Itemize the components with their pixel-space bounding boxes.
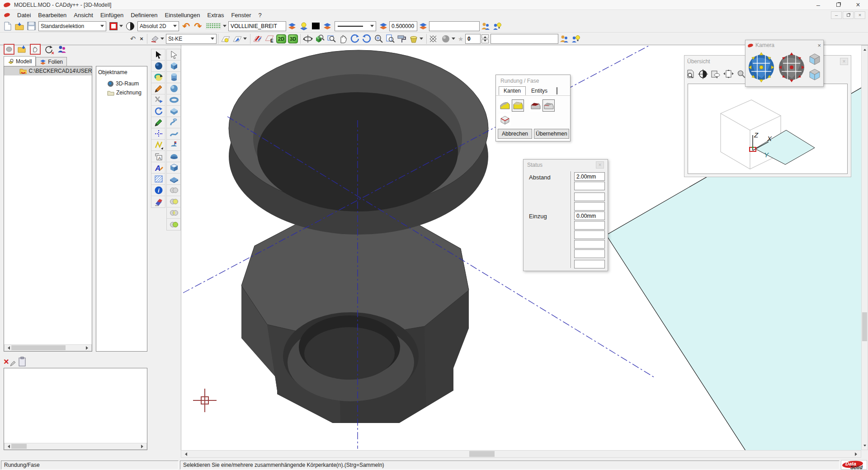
uebersicht-canvas[interactable]: Z X Y [688, 84, 848, 174]
menu-item-einfuegen[interactable]: Einfügen [97, 10, 127, 20]
chamfer-gray-button[interactable] [542, 99, 555, 112]
chamfer-red-button[interactable] [529, 99, 542, 112]
scroll-down-arrow[interactable] [863, 445, 866, 448]
panel-rotate-button[interactable]: × [42, 44, 54, 55]
tab-kanten[interactable]: Kanten [499, 86, 526, 95]
group-select-button[interactable] [480, 21, 491, 32]
status-field-5[interactable] [574, 212, 605, 220]
kamera-trackball-rotate[interactable] [778, 51, 805, 83]
bool-difference-button[interactable] [167, 219, 181, 230]
highlight-user2-button[interactable] [570, 33, 582, 44]
overview-zoom-page-button[interactable] [686, 70, 695, 79]
status-field-3[interactable] [574, 193, 605, 201]
view-number-input[interactable] [465, 34, 481, 44]
line-style-combo[interactable] [335, 21, 376, 31]
polyline-tool-button[interactable] [151, 140, 165, 151]
new-file-button[interactable] [2, 21, 14, 32]
shading-caret[interactable] [452, 38, 455, 42]
tab-folien[interactable]: Folien [36, 57, 67, 66]
solid-shell-button[interactable] [167, 162, 181, 174]
solid-sweep-button[interactable] [167, 117, 181, 128]
overview-search-button[interactable] [737, 70, 746, 79]
spinner-up-button[interactable] [481, 34, 489, 38]
zoom-window-button[interactable] [326, 33, 337, 44]
uebernehmen-button[interactable]: Übernehmen [534, 129, 569, 139]
window-close-button[interactable]: × [848, 0, 868, 10]
line-type-input[interactable] [228, 21, 286, 31]
solid-loft-button[interactable] [167, 128, 181, 140]
layer-visibility-button[interactable] [298, 21, 310, 32]
zoom-dynamic-button[interactable] [373, 33, 384, 44]
menu-item-hilfe[interactable]: ? [255, 10, 264, 20]
solid-torus-button[interactable] [167, 94, 181, 106]
selection-list-box[interactable] [4, 368, 147, 450]
window-minimize-button[interactable]: – [808, 0, 828, 10]
view-name-input[interactable] [491, 34, 558, 44]
width-layer-button[interactable] [377, 21, 389, 32]
tab-entitys[interactable]: Entitys [526, 87, 553, 95]
selection-color-button[interactable] [108, 21, 119, 32]
label-tool-button[interactable]: A [151, 151, 165, 162]
open-file-button[interactable] [14, 21, 25, 32]
edge-cube-button[interactable] [499, 113, 511, 126]
plane-orient-button[interactable] [231, 33, 243, 44]
viewport-vscrollbar[interactable] [861, 45, 868, 450]
kamera-titlebar[interactable]: Kamera × [745, 40, 823, 50]
panel-hand-button[interactable] [30, 44, 41, 55]
plane-light-button[interactable] [220, 33, 231, 44]
solid-dome-button[interactable] [167, 151, 181, 162]
overview-center-button[interactable] [698, 69, 708, 79]
hatch-tool-button[interactable] [151, 174, 165, 185]
line-width-input[interactable] [389, 21, 417, 31]
edit-tools-button[interactable] [151, 94, 165, 106]
solid-sphere-button[interactable] [167, 83, 181, 94]
bool-union-button[interactable] [167, 185, 181, 196]
status-field-4[interactable] [574, 202, 605, 211]
menu-item-bearbeiten[interactable]: Bearbeiten [35, 10, 70, 20]
bool-subtract-button[interactable] [167, 196, 181, 207]
status-field-7[interactable] [574, 230, 605, 239]
solid-cylinder-button[interactable] [167, 72, 181, 83]
kamera-trackball-pan[interactable] [747, 51, 775, 83]
scroll-right-arrow[interactable] [855, 452, 859, 456]
scroll-left-arrow[interactable] [183, 452, 187, 456]
orbit-view-button[interactable] [302, 33, 314, 44]
selection-mode-combo[interactable]: Standardselektion [38, 21, 106, 31]
viewport-hscroll-thumb[interactable] [469, 451, 495, 457]
coord-mode-combo[interactable]: Absolut 2D [137, 21, 179, 31]
panel-folder-button[interactable] [16, 44, 28, 55]
viewport-hscrollbar[interactable] [181, 450, 861, 458]
status-field-9[interactable] [574, 249, 605, 258]
list-hscrollbar[interactable] [4, 443, 147, 450]
object-row-zeichnung[interactable]: Zeichnung [97, 88, 146, 97]
extra-layer-button[interactable] [417, 21, 429, 32]
layer-button[interactable] [286, 21, 298, 32]
pen-layer-button[interactable] [321, 21, 333, 32]
overview-pan-page-button[interactable] [711, 70, 721, 79]
history-back-button[interactable]: ↶ [128, 33, 137, 44]
status-field-2[interactable] [574, 182, 605, 190]
small-close-button[interactable]: × [137, 33, 146, 44]
color-swatch-button[interactable] [310, 21, 321, 32]
status-field-6[interactable] [574, 221, 605, 230]
selection-color-caret[interactable] [119, 25, 123, 29]
panel-users-button[interactable] [56, 44, 68, 55]
hex-nut-solid[interactable] [241, 213, 469, 423]
ke-combo[interactable]: St-KE [166, 34, 217, 44]
scroll-up-arrow[interactable] [863, 47, 866, 51]
menu-item-definieren[interactable]: Definieren [127, 10, 160, 20]
tree-hscroll-thumb[interactable] [11, 345, 66, 350]
zoom-solid-button[interactable] [314, 33, 326, 44]
clipboard-button[interactable] [18, 357, 26, 367]
menu-item-ansicht[interactable]: Ansicht [71, 10, 96, 20]
fillet-concave-button[interactable] [512, 99, 524, 112]
tree-hscrollbar[interactable] [4, 344, 92, 351]
mdi-restore-button[interactable] [843, 11, 854, 19]
mode-3d-button[interactable]: 3D [287, 33, 299, 44]
select-tool-button[interactable] [151, 49, 165, 61]
erase-tool-button[interactable] [151, 196, 165, 207]
status-field-1[interactable] [574, 172, 605, 181]
ring-solid[interactable] [229, 50, 488, 235]
highlight-user-button[interactable] [491, 21, 503, 32]
annotate-pencil-button[interactable] [151, 117, 165, 128]
